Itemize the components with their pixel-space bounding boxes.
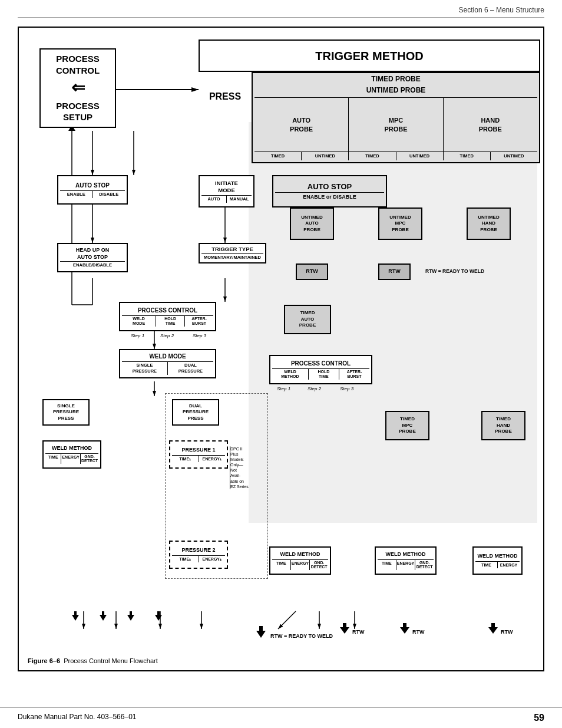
weld-method-hand-box: WELD METHOD TIME ENERGY (472, 546, 523, 575)
svg-marker-24 (340, 623, 349, 634)
untimed-mpc-probe-box: UNTIMEDMPCPROBE (378, 207, 422, 240)
weld-mode-box: WELD MODE SINGLEPRESSURE DUALPRESSURE (119, 349, 216, 378)
main-content: TRIGGER METHOD PROCESSCONTROL ⇐ PROCESSS… (0, 18, 562, 707)
rtw-bottom-left: RTW = READY TO WELD (254, 626, 333, 639)
timed-mpc-probe-box: TIMEDMPCPROBE (385, 411, 429, 440)
untimed-hand-probe-box: UNTIMEDHANDPROBE (467, 207, 511, 240)
untimed-auto-probe-box: UNTIMEDAUTOPROBE (290, 207, 334, 240)
rtw2-box: RTW (378, 263, 411, 280)
step3r-label: Step 3 (340, 386, 353, 391)
figure-text: Process Control Menu Flowchart (64, 657, 158, 664)
svg-marker-23 (256, 626, 266, 638)
svg-marker-30 (155, 611, 162, 621)
bottom-arrows-left (72, 611, 162, 622)
trigger-method-label: TRIGGER METHOD (315, 48, 423, 64)
process-control-setup-box: PROCESSCONTROL ⇐ PROCESSSETUP (39, 48, 116, 128)
footer-left: Dukane Manual Part No. 403–566–01 (18, 713, 136, 723)
svg-marker-27 (72, 611, 79, 621)
svg-marker-28 (100, 611, 107, 621)
diagram-box: TRIGGER METHOD PROCESSCONTROL ⇐ PROCESSS… (18, 27, 544, 671)
flowchart: TRIGGER METHOD PROCESSCONTROL ⇐ PROCESSS… (25, 34, 537, 653)
process-control-right-box: PROCESS CONTROL WELDMETHOD HOLDTIME AFTE… (269, 355, 372, 384)
figure-caption: Figure 6–6 Process Control Menu Flowchar… (25, 657, 537, 664)
svg-marker-29 (127, 611, 134, 621)
auto-stop-right-box: AUTO STOP ENABLE or DISABLE (272, 175, 387, 207)
rtw-bottom-right1: RTW (399, 623, 425, 635)
head-up-box: HEAD UP ONAUTO STOP ENABLE/DISABLE (57, 243, 128, 272)
weld-method-left-box: WELD METHOD TIME ENERGY GND.DETECT (42, 440, 101, 469)
page: Section 6 – Menu Structure (0, 0, 562, 728)
footer: Dukane Manual Part No. 403–566–01 59 (0, 707, 562, 728)
weld-method-mpc-box: WELD METHOD TIME ENERGY GND.DETECT (375, 546, 437, 575)
process-control-mid-box: PROCESS CONTROL WELDMODE HOLDTIME AFTER-… (119, 302, 216, 331)
timed-auto-probe-box: TIMEDAUTOPROBE (284, 305, 331, 334)
svg-marker-25 (400, 623, 409, 634)
timed-hand-probe-box: TIMEDHANDPROBE (481, 411, 525, 440)
step1r-label: Step 1 (277, 386, 290, 391)
step2-label-mid: Step 2 (160, 333, 174, 338)
rtw1-box: RTW (296, 263, 328, 280)
header-text: Section 6 – Menu Structure (459, 6, 544, 14)
initiate-mode-box: INITIATEMODE AUTO MANUAL (199, 175, 254, 207)
press-label: PRESS (209, 91, 241, 103)
weld-method-center-box: WELD METHOD TIME ENERGY GND.DETECT (269, 546, 331, 575)
single-pressure-press-box: SINGLEPRESSUREPRESS (42, 399, 90, 426)
press-box: PRESS (199, 72, 252, 122)
trigger-type-box: TRIGGER TYPE MOMENTARY/MAINTAINED (199, 243, 266, 263)
rtw-bottom-center: RTW (339, 623, 365, 635)
figure-label: Figure 6–6 (28, 657, 60, 664)
header: Section 6 – Menu Structure (0, 0, 562, 17)
rtw-bottom-right2: RTW (487, 623, 513, 635)
timed-untimed-area: TIMED PROBE UNTIMED PROBE AUTOPROBE MPCP… (252, 72, 540, 163)
step1-label-mid: Step 1 (131, 333, 144, 338)
auto-stop-top-box: AUTO STOP ENABLE DISABLE (57, 175, 128, 205)
trigger-method-box: TRIGGER METHOD (199, 39, 540, 72)
step3-label-mid: Step 3 (193, 333, 206, 338)
footer-right: 59 (534, 713, 544, 723)
rtw-ready-label: RTW = READY TO WELD (425, 268, 484, 274)
dashed-area (165, 393, 268, 579)
svg-marker-26 (488, 623, 498, 634)
step2r-label: Step 2 (308, 386, 321, 391)
